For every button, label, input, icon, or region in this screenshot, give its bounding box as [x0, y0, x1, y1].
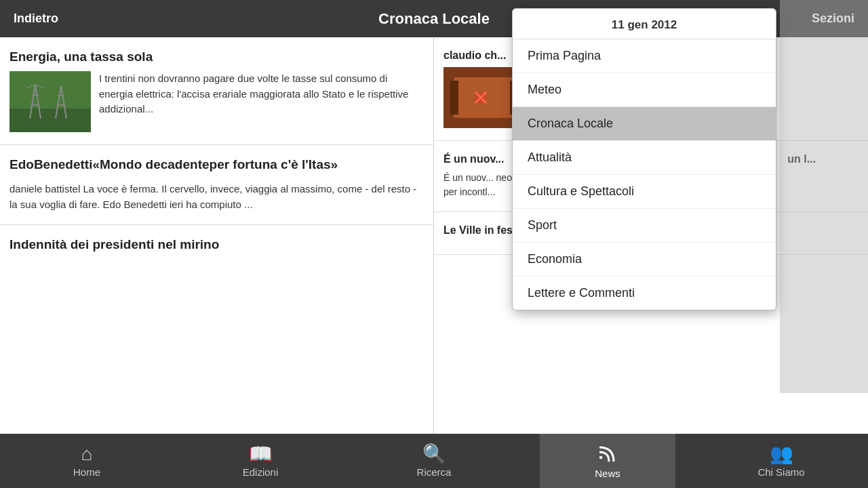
dropdown-item-attualita[interactable]: Attualità — [513, 141, 776, 175]
nav-chisiamo-label: Chi Siamo — [757, 466, 804, 478]
article-edobenedetti[interactable]: EdoBenedetti«Mondo decadenteper fortuna … — [0, 145, 433, 225]
article-edobenedetti-title: EdoBenedetti«Mondo decadenteper fortuna … — [9, 157, 421, 172]
dropdown-item-cultura-spettacoli[interactable]: Cultura e Spettacoli — [513, 175, 776, 209]
svg-rect-14 — [450, 81, 458, 115]
dropdown-item-meteo[interactable]: Meteo — [513, 73, 776, 107]
article-edobenedetti-text: daniele battistel La voce è ferma. Il ce… — [9, 179, 421, 212]
book-icon: 📖 — [249, 445, 273, 464]
dropdown-item-sport[interactable]: Sport — [513, 209, 776, 243]
nav-news-label: News — [595, 468, 620, 479]
nav-ricerca-label: Ricerca — [417, 466, 452, 478]
bottom-nav: ⌂ Home 📖 Edizioni 🔍 Ricerca News 👥 Chi S… — [0, 434, 868, 488]
sections-dropdown[interactable]: 11 gen 2012 Prima Pagina Meteo Cronaca L… — [512, 8, 776, 310]
nav-ricerca[interactable]: 🔍 Ricerca — [366, 434, 502, 488]
svg-rect-1 — [9, 108, 91, 132]
nav-edizioni-label: Edizioni — [243, 466, 279, 478]
nav-home[interactable]: ⌂ Home — [19, 434, 155, 488]
nav-news[interactable]: News — [540, 434, 675, 488]
svg-rect-19 — [599, 456, 602, 459]
rss-icon — [598, 443, 617, 465]
dropdown-item-lettere-commenti[interactable]: Lettere e Commenti — [513, 277, 776, 310]
people-icon: 👥 — [770, 445, 793, 464]
back-button[interactable]: Indietro — [14, 12, 58, 26]
article-energia-title: Energia, una tassa sola — [9, 49, 421, 64]
article-energia-text: I trentini non dovranno pagare due volte… — [99, 71, 421, 132]
search-icon: 🔍 — [422, 445, 446, 464]
article-indennita-title: Indennità dei presidenti nel mirino — [9, 237, 421, 252]
dropdown-item-prima-pagina[interactable]: Prima Pagina — [513, 39, 776, 73]
nav-home-label: Home — [73, 466, 100, 478]
dropdown-item-cronaca-locale[interactable]: Cronaca Locale — [513, 107, 776, 141]
dropdown-item-economia[interactable]: Economia — [513, 243, 776, 277]
article-indennita[interactable]: Indennità dei presidenti nel mirino — [0, 225, 433, 271]
nav-chisiamo[interactable]: 👥 Chi Siamo — [713, 434, 849, 488]
article-energia[interactable]: Energia, una tassa sola — [0, 37, 433, 145]
nav-edizioni[interactable]: 📖 Edizioni — [193, 434, 328, 488]
left-column: Energia, una tassa sola — [0, 37, 434, 434]
page-title: Cronaca Locale — [378, 10, 490, 28]
sections-button[interactable]: Sezioni — [812, 12, 854, 26]
article-energia-thumb — [9, 71, 91, 132]
dropdown-date: 11 gen 2012 — [513, 9, 776, 39]
home-icon: ⌂ — [81, 445, 93, 464]
